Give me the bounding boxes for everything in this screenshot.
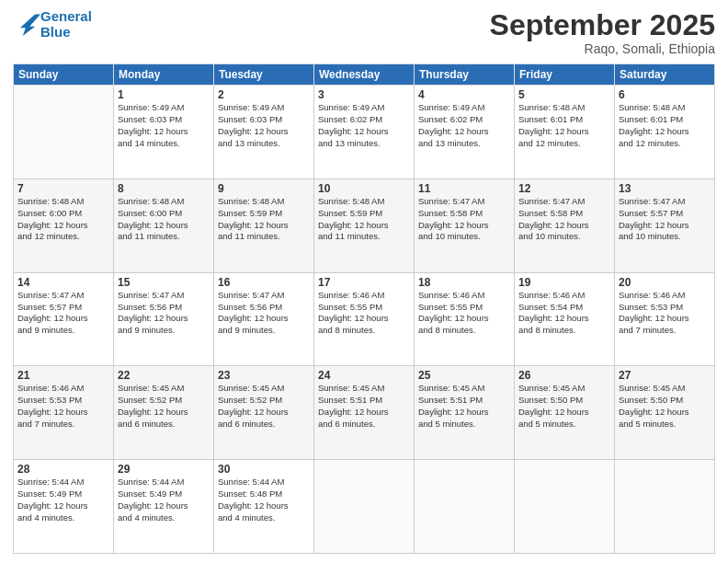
day-number: 19: [518, 276, 610, 289]
day-number: 22: [118, 369, 210, 382]
day-number: 18: [418, 276, 510, 289]
day-info: Sunrise: 5:44 AM Sunset: 5:49 PM Dayligh…: [17, 477, 109, 523]
table-row: 2Sunrise: 5:49 AM Sunset: 6:03 PM Daylig…: [214, 86, 314, 179]
day-info: Sunrise: 5:44 AM Sunset: 5:49 PM Dayligh…: [118, 477, 210, 523]
col-monday: Monday: [114, 64, 214, 86]
table-row: [415, 460, 515, 554]
day-info: Sunrise: 5:48 AM Sunset: 6:01 PM Dayligh…: [518, 102, 610, 149]
table-row: 3Sunrise: 5:49 AM Sunset: 6:02 PM Daylig…: [314, 86, 415, 179]
day-number: 29: [118, 463, 210, 476]
day-info: Sunrise: 5:46 AM Sunset: 5:53 PM Dayligh…: [619, 290, 711, 337]
col-saturday: Saturday: [615, 64, 715, 86]
calendar-week-4: 21Sunrise: 5:46 AM Sunset: 5:53 PM Dayli…: [14, 366, 715, 460]
day-number: 8: [118, 182, 210, 195]
day-info: Sunrise: 5:45 AM Sunset: 5:51 PM Dayligh…: [418, 383, 510, 430]
day-number: 27: [619, 369, 711, 382]
calendar-week-1: 1Sunrise: 5:49 AM Sunset: 6:03 PM Daylig…: [14, 86, 715, 179]
day-info: Sunrise: 5:47 AM Sunset: 5:56 PM Dayligh…: [218, 290, 310, 337]
table-row: 21Sunrise: 5:46 AM Sunset: 5:53 PM Dayli…: [14, 366, 114, 460]
day-info: Sunrise: 5:46 AM Sunset: 5:54 PM Dayligh…: [518, 290, 610, 337]
day-number: 25: [418, 369, 510, 382]
table-row: 24Sunrise: 5:45 AM Sunset: 5:51 PM Dayli…: [314, 366, 415, 460]
day-number: 1: [118, 88, 210, 101]
day-info: Sunrise: 5:47 AM Sunset: 5:56 PM Dayligh…: [118, 290, 210, 337]
day-number: 13: [619, 182, 711, 195]
table-row: 20Sunrise: 5:46 AM Sunset: 5:53 PM Dayli…: [615, 272, 715, 366]
table-row: 9Sunrise: 5:48 AM Sunset: 5:59 PM Daylig…: [214, 178, 314, 272]
day-number: 10: [318, 182, 410, 195]
day-number: 6: [619, 88, 711, 101]
day-number: 20: [619, 276, 711, 289]
table-row: 5Sunrise: 5:48 AM Sunset: 6:01 PM Daylig…: [515, 86, 615, 179]
table-row: 26Sunrise: 5:45 AM Sunset: 5:50 PM Dayli…: [515, 366, 615, 460]
table-row: 12Sunrise: 5:47 AM Sunset: 5:58 PM Dayli…: [515, 178, 615, 272]
table-row: 27Sunrise: 5:45 AM Sunset: 5:50 PM Dayli…: [615, 366, 715, 460]
table-row: 19Sunrise: 5:46 AM Sunset: 5:54 PM Dayli…: [515, 272, 615, 366]
table-row: [314, 460, 415, 554]
day-info: Sunrise: 5:47 AM Sunset: 5:58 PM Dayligh…: [418, 196, 510, 243]
day-info: Sunrise: 5:48 AM Sunset: 6:01 PM Dayligh…: [619, 102, 711, 149]
logo: General Blue: [13, 9, 92, 40]
day-number: 2: [218, 88, 310, 101]
day-info: Sunrise: 5:47 AM Sunset: 5:57 PM Dayligh…: [619, 196, 711, 243]
calendar-table: Sunday Monday Tuesday Wednesday Thursday…: [13, 63, 715, 554]
table-row: 10Sunrise: 5:48 AM Sunset: 5:59 PM Dayli…: [314, 178, 415, 272]
day-number: 21: [17, 369, 109, 382]
day-info: Sunrise: 5:49 AM Sunset: 6:02 PM Dayligh…: [318, 102, 410, 149]
table-row: 18Sunrise: 5:46 AM Sunset: 5:55 PM Dayli…: [415, 272, 515, 366]
day-number: 15: [118, 276, 210, 289]
day-info: Sunrise: 5:44 AM Sunset: 5:48 PM Dayligh…: [218, 477, 310, 523]
day-info: Sunrise: 5:49 AM Sunset: 6:02 PM Dayligh…: [418, 102, 510, 149]
day-info: Sunrise: 5:45 AM Sunset: 5:52 PM Dayligh…: [218, 383, 310, 430]
calendar-week-3: 14Sunrise: 5:47 AM Sunset: 5:57 PM Dayli…: [14, 272, 715, 366]
day-number: 26: [518, 369, 610, 382]
day-info: Sunrise: 5:48 AM Sunset: 5:59 PM Dayligh…: [318, 196, 410, 243]
day-number: 12: [518, 182, 610, 195]
title-block: September 2025 Raqo, Somali, Ethiopia: [490, 9, 715, 56]
month-title: September 2025: [490, 9, 715, 41]
table-row: 6Sunrise: 5:48 AM Sunset: 6:01 PM Daylig…: [615, 86, 715, 179]
table-row: 17Sunrise: 5:46 AM Sunset: 5:55 PM Dayli…: [314, 272, 415, 366]
header-row: Sunday Monday Tuesday Wednesday Thursday…: [14, 64, 715, 86]
col-sunday: Sunday: [14, 64, 114, 86]
day-info: Sunrise: 5:48 AM Sunset: 6:00 PM Dayligh…: [118, 196, 210, 243]
day-number: 11: [418, 182, 510, 195]
day-info: Sunrise: 5:48 AM Sunset: 5:59 PM Dayligh…: [218, 196, 310, 243]
logo-icon: [15, 10, 40, 36]
table-row: 25Sunrise: 5:45 AM Sunset: 5:51 PM Dayli…: [415, 366, 515, 460]
table-row: 13Sunrise: 5:47 AM Sunset: 5:57 PM Dayli…: [615, 178, 715, 272]
table-row: 29Sunrise: 5:44 AM Sunset: 5:49 PM Dayli…: [114, 460, 214, 554]
page: General Blue September 2025 Raqo, Somali…: [0, 0, 728, 563]
day-info: Sunrise: 5:46 AM Sunset: 5:55 PM Dayligh…: [418, 290, 510, 337]
day-info: Sunrise: 5:46 AM Sunset: 5:55 PM Dayligh…: [318, 290, 410, 337]
col-friday: Friday: [515, 64, 615, 86]
day-info: Sunrise: 5:45 AM Sunset: 5:52 PM Dayligh…: [118, 383, 210, 430]
table-row: [14, 86, 114, 179]
day-info: Sunrise: 5:47 AM Sunset: 5:58 PM Dayligh…: [518, 196, 610, 243]
day-info: Sunrise: 5:45 AM Sunset: 5:50 PM Dayligh…: [518, 383, 610, 430]
col-thursday: Thursday: [415, 64, 515, 86]
svg-marker-0: [20, 14, 40, 36]
day-number: 5: [518, 88, 610, 101]
table-row: 23Sunrise: 5:45 AM Sunset: 5:52 PM Dayli…: [214, 366, 314, 460]
col-tuesday: Tuesday: [214, 64, 314, 86]
table-row: 30Sunrise: 5:44 AM Sunset: 5:48 PM Dayli…: [214, 460, 314, 554]
calendar-week-2: 7Sunrise: 5:48 AM Sunset: 6:00 PM Daylig…: [14, 178, 715, 272]
location: Raqo, Somali, Ethiopia: [490, 41, 715, 56]
day-number: 16: [218, 276, 310, 289]
table-row: [615, 460, 715, 554]
logo-line2: Blue: [40, 24, 71, 40]
day-number: 23: [218, 369, 310, 382]
day-info: Sunrise: 5:47 AM Sunset: 5:57 PM Dayligh…: [17, 290, 109, 337]
day-number: 24: [318, 369, 410, 382]
day-number: 17: [318, 276, 410, 289]
day-number: 3: [318, 88, 410, 101]
logo-line1: General: [40, 8, 92, 24]
day-info: Sunrise: 5:48 AM Sunset: 6:00 PM Dayligh…: [17, 196, 109, 243]
table-row: 1Sunrise: 5:49 AM Sunset: 6:03 PM Daylig…: [114, 86, 214, 179]
table-row: 7Sunrise: 5:48 AM Sunset: 6:00 PM Daylig…: [14, 178, 114, 272]
table-row: 16Sunrise: 5:47 AM Sunset: 5:56 PM Dayli…: [214, 272, 314, 366]
day-number: 4: [418, 88, 510, 101]
day-number: 14: [17, 276, 109, 289]
table-row: 28Sunrise: 5:44 AM Sunset: 5:49 PM Dayli…: [14, 460, 114, 554]
